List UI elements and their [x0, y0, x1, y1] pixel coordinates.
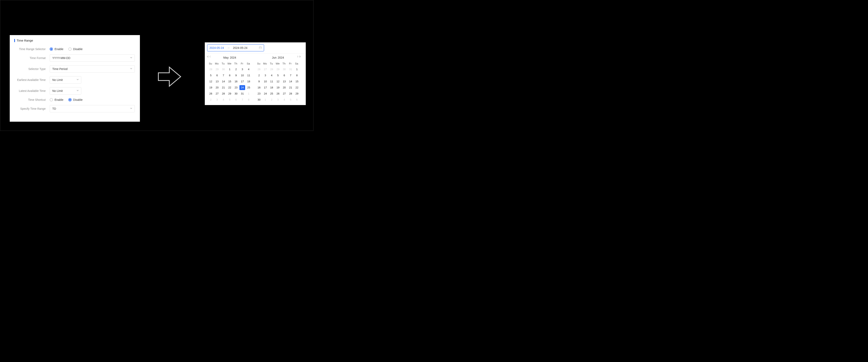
calendar-day[interactable]: 7: [288, 73, 293, 78]
radio-shortcut-disable[interactable]: Disable: [68, 98, 83, 101]
calendar-day[interactable]: 26: [208, 91, 214, 96]
calendar-day[interactable]: 26: [256, 67, 262, 72]
calendar-day[interactable]: 14: [288, 79, 293, 84]
calendar-day[interactable]: 20: [281, 85, 287, 90]
calendar-day[interactable]: 23: [256, 91, 262, 96]
calendar-day[interactable]: 25: [269, 91, 275, 96]
calendar-day[interactable]: 4: [221, 97, 226, 102]
calendar-day[interactable]: 8: [294, 73, 300, 78]
calendar-nav-prev[interactable]: [207, 56, 211, 58]
calendar-nav-next[interactable]: [297, 56, 301, 58]
calendar-day[interactable]: 24: [240, 85, 245, 90]
calendar-day[interactable]: 6: [233, 97, 239, 102]
calendar-day[interactable]: 5: [275, 73, 281, 78]
calendar-day[interactable]: 1: [262, 97, 268, 102]
calendar-day[interactable]: 5: [208, 73, 214, 78]
calendar-day[interactable]: 29: [294, 91, 300, 96]
calendar-day[interactable]: 10: [240, 73, 245, 78]
calendar-day[interactable]: 16: [233, 79, 239, 84]
calendar-weekday: Fr: [239, 62, 245, 66]
calendar-day[interactable]: 2: [208, 97, 214, 102]
calendar-day[interactable]: 12: [208, 79, 214, 84]
calendar-day[interactable]: 27: [281, 91, 287, 96]
calendar-day[interactable]: 19: [208, 85, 214, 90]
calendar-day[interactable]: 29: [275, 67, 281, 72]
select-selector-type[interactable]: Time Period: [50, 65, 135, 72]
calendar-day[interactable]: 15: [294, 79, 300, 84]
calendar-day[interactable]: 13: [281, 79, 287, 84]
calendar-day[interactable]: 27: [214, 91, 220, 96]
calendar-day[interactable]: 30: [281, 67, 287, 72]
calendar-day[interactable]: 28: [269, 67, 275, 72]
calendar-day[interactable]: 5: [227, 97, 232, 102]
calendar-day[interactable]: 7: [221, 73, 226, 78]
calendar-day[interactable]: 2: [233, 67, 239, 72]
calendar-day[interactable]: 28: [288, 91, 293, 96]
calendar-day[interactable]: 21: [221, 85, 226, 90]
calendar-day[interactable]: 29: [227, 91, 232, 96]
calendar-day[interactable]: 6: [281, 73, 287, 78]
calendar-day[interactable]: 1: [227, 67, 232, 72]
calendar-day[interactable]: 3: [275, 97, 281, 102]
calendar-weekday: We: [275, 62, 280, 66]
radio-selector-disable[interactable]: Disable: [68, 48, 83, 51]
calendar-day[interactable]: 21: [288, 85, 293, 90]
calendar-day[interactable]: 23: [233, 85, 239, 90]
date-range-input[interactable]: 2024-05-24 → 2024-05-24: [207, 44, 264, 51]
calendar-day[interactable]: 31: [240, 91, 245, 96]
calendar-day[interactable]: 6: [294, 97, 300, 102]
calendar-right-title[interactable]: Jun 2024: [272, 56, 284, 59]
calendar-day[interactable]: 22: [294, 85, 300, 90]
calendar-day[interactable]: 28: [208, 67, 214, 72]
calendar-day[interactable]: 10: [262, 79, 268, 84]
calendar-day[interactable]: 2: [269, 97, 275, 102]
calendar-day[interactable]: 8: [227, 73, 232, 78]
calendar-day[interactable]: 18: [246, 79, 251, 84]
calendar-day[interactable]: 1: [294, 67, 300, 72]
calendar-day[interactable]: 3: [240, 67, 245, 72]
calendar-day[interactable]: 3: [214, 97, 220, 102]
calendar-day[interactable]: 8: [246, 97, 251, 102]
calendar-day[interactable]: 25: [246, 85, 251, 90]
select-time-format[interactable]: YYYY-MM-DD: [50, 54, 135, 62]
calendar-day[interactable]: 17: [240, 79, 245, 84]
calendar-day[interactable]: 6: [214, 73, 220, 78]
calendar-day[interactable]: 22: [227, 85, 232, 90]
select-latest-time[interactable]: No Limit: [50, 87, 81, 94]
calendar-day[interactable]: 11: [246, 73, 251, 78]
calendar-day[interactable]: 31: [288, 67, 293, 72]
radio-selector-enable[interactable]: Enable: [50, 48, 63, 51]
calendar-day[interactable]: 9: [256, 79, 262, 84]
calendar-day[interactable]: 17: [262, 85, 268, 90]
calendar-day[interactable]: 26: [275, 91, 281, 96]
radio-shortcut-enable[interactable]: Enable: [50, 98, 63, 101]
calendar-day[interactable]: 30: [221, 67, 226, 72]
calendar-day[interactable]: 24: [262, 91, 268, 96]
calendar-day[interactable]: 30: [256, 97, 262, 102]
calendar-day[interactable]: 19: [275, 85, 281, 90]
calendar-day[interactable]: 27: [262, 67, 268, 72]
select-earliest-time[interactable]: No Limit: [50, 76, 81, 84]
calendar-day[interactable]: 15: [227, 79, 232, 84]
calendar-day[interactable]: 29: [214, 67, 220, 72]
calendar-day[interactable]: 4: [269, 73, 275, 78]
calendar-day[interactable]: 28: [221, 91, 226, 96]
calendar-day[interactable]: 1: [246, 91, 251, 96]
calendar-day[interactable]: 3: [262, 73, 268, 78]
calendar-left-title[interactable]: May 2024: [223, 56, 236, 59]
calendar-day[interactable]: 12: [275, 79, 281, 84]
select-specify-time-range[interactable]: TD: [50, 105, 135, 112]
calendar-day[interactable]: 16: [256, 85, 262, 90]
calendar-day[interactable]: 30: [233, 91, 239, 96]
calendar-day[interactable]: 4: [246, 67, 251, 72]
calendar-day[interactable]: 7: [240, 97, 245, 102]
calendar-day[interactable]: 5: [288, 97, 293, 102]
calendar-day[interactable]: 18: [269, 85, 275, 90]
calendar-day[interactable]: 4: [281, 97, 287, 102]
calendar-day[interactable]: 9: [233, 73, 239, 78]
calendar-day[interactable]: 14: [221, 79, 226, 84]
calendar-day[interactable]: 20: [214, 85, 220, 90]
calendar-day[interactable]: 11: [269, 79, 275, 84]
calendar-day[interactable]: 2: [256, 73, 262, 78]
calendar-day[interactable]: 13: [214, 79, 220, 84]
